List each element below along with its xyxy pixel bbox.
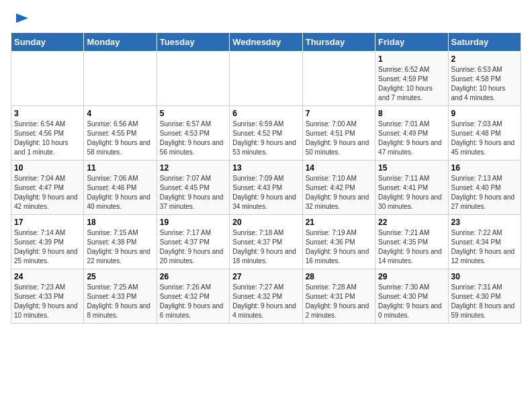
day-info: Sunrise: 6:54 AM Sunset: 4:56 PM Dayligh… (14, 120, 81, 157)
calendar-cell: 24Sunrise: 7:23 AM Sunset: 4:33 PM Dayli… (11, 269, 84, 324)
day-info: Sunrise: 6:57 AM Sunset: 4:53 PM Dayligh… (160, 120, 226, 157)
day-info: Sunrise: 7:25 AM Sunset: 4:33 PM Dayligh… (87, 283, 153, 320)
calendar-cell: 9Sunrise: 7:03 AM Sunset: 4:48 PM Daylig… (448, 106, 521, 161)
header-friday: Friday (375, 33, 448, 52)
calendar-cell: 27Sunrise: 7:27 AM Sunset: 4:32 PM Dayli… (230, 269, 302, 324)
calendar-cell: 16Sunrise: 7:13 AM Sunset: 4:40 PM Dayli… (448, 161, 521, 215)
day-info: Sunrise: 7:22 AM Sunset: 4:34 PM Dayligh… (451, 228, 518, 266)
day-number: 12 (160, 163, 226, 173)
day-number: 9 (451, 109, 518, 118)
day-number: 29 (378, 272, 445, 281)
day-info: Sunrise: 7:21 AM Sunset: 4:35 PM Dayligh… (378, 228, 445, 266)
day-info: Sunrise: 7:27 AM Sunset: 4:32 PM Dayligh… (232, 283, 299, 320)
calendar-cell: 22Sunrise: 7:21 AM Sunset: 4:35 PM Dayli… (375, 215, 448, 269)
calendar-cell: 8Sunrise: 7:01 AM Sunset: 4:49 PM Daylig… (375, 106, 448, 161)
calendar-cell: 26Sunrise: 7:26 AM Sunset: 4:32 PM Dayli… (157, 269, 229, 324)
page-header (11, 11, 521, 26)
day-number: 23 (451, 218, 518, 227)
header-saturday: Saturday (448, 33, 521, 52)
day-number: 7 (306, 109, 372, 118)
day-info: Sunrise: 7:30 AM Sunset: 4:30 PM Dayligh… (378, 283, 445, 320)
day-number: 8 (378, 109, 445, 118)
svg-marker-0 (16, 13, 28, 23)
header-thursday: Thursday (302, 33, 375, 52)
day-number: 18 (87, 218, 153, 227)
day-number: 20 (232, 218, 299, 227)
day-number: 30 (451, 272, 518, 281)
calendar-cell: 4Sunrise: 6:56 AM Sunset: 4:55 PM Daylig… (84, 106, 157, 161)
calendar-cell: 5Sunrise: 6:57 AM Sunset: 4:53 PM Daylig… (157, 106, 229, 161)
calendar-cell: 13Sunrise: 7:09 AM Sunset: 4:43 PM Dayli… (230, 161, 302, 215)
calendar-table: SundayMondayTuesdayWednesdayThursdayFrid… (11, 32, 521, 324)
day-info: Sunrise: 7:01 AM Sunset: 4:49 PM Dayligh… (378, 120, 445, 157)
day-number: 25 (87, 272, 153, 281)
calendar-cell: 6Sunrise: 6:59 AM Sunset: 4:52 PM Daylig… (230, 106, 302, 161)
calendar-cell (84, 52, 157, 106)
day-number: 14 (306, 163, 372, 173)
calendar-cell: 10Sunrise: 7:04 AM Sunset: 4:47 PM Dayli… (11, 161, 84, 215)
header-sunday: Sunday (11, 33, 84, 52)
day-number: 1 (378, 54, 445, 64)
day-number: 19 (160, 218, 226, 227)
day-info: Sunrise: 6:59 AM Sunset: 4:52 PM Dayligh… (232, 120, 299, 157)
day-info: Sunrise: 7:03 AM Sunset: 4:48 PM Dayligh… (451, 120, 518, 157)
day-info: Sunrise: 7:31 AM Sunset: 4:30 PM Dayligh… (451, 283, 518, 320)
day-info: Sunrise: 7:09 AM Sunset: 4:43 PM Dayligh… (232, 174, 299, 212)
calendar-cell (230, 52, 302, 106)
day-number: 28 (306, 272, 372, 281)
calendar-cell: 11Sunrise: 7:06 AM Sunset: 4:46 PM Dayli… (84, 161, 157, 215)
logo (11, 11, 30, 26)
header-monday: Monday (84, 33, 157, 52)
calendar-cell: 14Sunrise: 7:10 AM Sunset: 4:42 PM Dayli… (302, 161, 375, 215)
day-number: 17 (14, 218, 81, 227)
calendar-cell: 18Sunrise: 7:15 AM Sunset: 4:38 PM Dayli… (84, 215, 157, 269)
day-number: 4 (87, 109, 153, 118)
day-info: Sunrise: 7:00 AM Sunset: 4:51 PM Dayligh… (306, 120, 372, 157)
day-info: Sunrise: 7:11 AM Sunset: 4:41 PM Dayligh… (378, 174, 445, 212)
calendar-week-5: 24Sunrise: 7:23 AM Sunset: 4:33 PM Dayli… (11, 269, 521, 324)
day-info: Sunrise: 7:18 AM Sunset: 4:37 PM Dayligh… (232, 228, 299, 266)
day-info: Sunrise: 7:15 AM Sunset: 4:38 PM Dayligh… (87, 228, 153, 266)
day-info: Sunrise: 6:53 AM Sunset: 4:58 PM Dayligh… (451, 65, 518, 103)
day-info: Sunrise: 7:07 AM Sunset: 4:45 PM Dayligh… (160, 174, 226, 212)
day-number: 11 (87, 163, 153, 173)
calendar-cell (302, 52, 375, 106)
calendar-cell (157, 52, 229, 106)
calendar-week-4: 17Sunrise: 7:14 AM Sunset: 4:39 PM Dayli… (11, 215, 521, 269)
calendar-week-1: 1Sunrise: 6:52 AM Sunset: 4:59 PM Daylig… (11, 52, 521, 106)
day-number: 27 (232, 272, 299, 281)
calendar-cell: 20Sunrise: 7:18 AM Sunset: 4:37 PM Dayli… (230, 215, 302, 269)
calendar-cell: 19Sunrise: 7:17 AM Sunset: 4:37 PM Dayli… (157, 215, 229, 269)
calendar-cell: 3Sunrise: 6:54 AM Sunset: 4:56 PM Daylig… (11, 106, 84, 161)
calendar-header-row: SundayMondayTuesdayWednesdayThursdayFrid… (11, 33, 521, 52)
day-info: Sunrise: 7:26 AM Sunset: 4:32 PM Dayligh… (160, 283, 226, 320)
day-number: 24 (14, 272, 81, 281)
calendar-cell: 12Sunrise: 7:07 AM Sunset: 4:45 PM Dayli… (157, 161, 229, 215)
calendar-cell: 2Sunrise: 6:53 AM Sunset: 4:58 PM Daylig… (448, 52, 521, 106)
day-info: Sunrise: 7:10 AM Sunset: 4:42 PM Dayligh… (306, 174, 372, 212)
day-info: Sunrise: 7:28 AM Sunset: 4:31 PM Dayligh… (306, 283, 372, 320)
calendar-cell: 29Sunrise: 7:30 AM Sunset: 4:30 PM Dayli… (375, 269, 448, 324)
day-number: 2 (451, 54, 518, 64)
calendar-cell: 17Sunrise: 7:14 AM Sunset: 4:39 PM Dayli… (11, 215, 84, 269)
calendar-cell: 21Sunrise: 7:19 AM Sunset: 4:36 PM Dayli… (302, 215, 375, 269)
calendar-week-3: 10Sunrise: 7:04 AM Sunset: 4:47 PM Dayli… (11, 161, 521, 215)
logo-icon (15, 11, 30, 26)
day-info: Sunrise: 7:17 AM Sunset: 4:37 PM Dayligh… (160, 228, 226, 266)
calendar-cell: 25Sunrise: 7:25 AM Sunset: 4:33 PM Dayli… (84, 269, 157, 324)
day-info: Sunrise: 7:04 AM Sunset: 4:47 PM Dayligh… (14, 174, 81, 212)
day-number: 6 (232, 109, 299, 118)
calendar-cell: 7Sunrise: 7:00 AM Sunset: 4:51 PM Daylig… (302, 106, 375, 161)
day-number: 15 (378, 163, 445, 173)
day-number: 16 (451, 163, 518, 173)
day-info: Sunrise: 7:19 AM Sunset: 4:36 PM Dayligh… (306, 228, 372, 266)
calendar-cell: 15Sunrise: 7:11 AM Sunset: 4:41 PM Dayli… (375, 161, 448, 215)
day-number: 10 (14, 163, 81, 173)
header-tuesday: Tuesday (157, 33, 229, 52)
calendar-cell: 23Sunrise: 7:22 AM Sunset: 4:34 PM Dayli… (448, 215, 521, 269)
day-info: Sunrise: 7:23 AM Sunset: 4:33 PM Dayligh… (14, 283, 81, 320)
day-number: 21 (306, 218, 372, 227)
day-info: Sunrise: 7:13 AM Sunset: 4:40 PM Dayligh… (451, 174, 518, 212)
calendar-cell (11, 52, 84, 106)
day-number: 5 (160, 109, 226, 118)
